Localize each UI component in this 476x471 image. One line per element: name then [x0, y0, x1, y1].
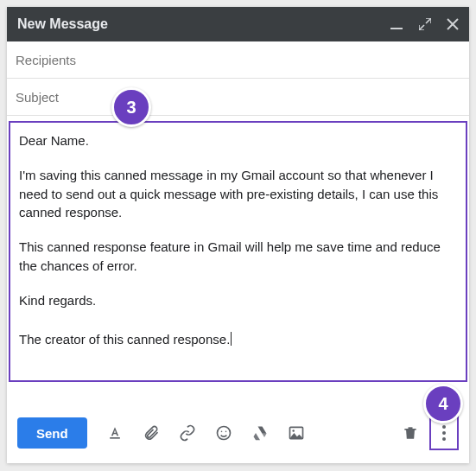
body-line: The creator of this canned response. — [19, 330, 457, 349]
compose-window-controls — [390, 17, 459, 31]
body-line: Kind regards. — [19, 291, 457, 310]
svg-rect-10 — [404, 429, 416, 430]
minimize-icon[interactable] — [390, 17, 403, 31]
svg-line-1 — [426, 18, 431, 23]
image-icon[interactable] — [288, 424, 305, 442]
recipients-field[interactable]: Recipients — [7, 41, 469, 79]
send-button[interactable]: Send — [17, 417, 87, 449]
compose-toolbar: Send — [7, 406, 469, 463]
body-line: Dear Name. — [19, 131, 457, 150]
svg-point-9 — [292, 430, 295, 432]
svg-point-6 — [220, 431, 222, 433]
trash-icon[interactable] — [402, 424, 419, 442]
svg-point-12 — [442, 431, 446, 435]
text-caret — [231, 332, 232, 346]
emoji-icon[interactable] — [215, 424, 232, 442]
fullscreen-icon[interactable] — [419, 18, 431, 30]
subject-placeholder: Subject — [16, 90, 59, 105]
svg-point-7 — [225, 431, 226, 433]
svg-point-5 — [217, 427, 230, 440]
drive-icon[interactable] — [251, 424, 269, 442]
annotation-badge-4: 4 — [423, 384, 463, 423]
svg-point-13 — [442, 437, 446, 441]
compose-title: New Message — [17, 16, 108, 32]
compose-titlebar: New Message — [7, 7, 469, 41]
subject-field[interactable]: Subject — [7, 79, 469, 116]
svg-point-11 — [442, 425, 446, 429]
link-icon[interactable] — [179, 424, 196, 442]
body-line: I'm saving this canned message in my Gma… — [19, 166, 457, 222]
compose-window: New Message Recipients Subjec — [7, 7, 469, 463]
svg-line-2 — [419, 25, 424, 30]
recipients-placeholder: Recipients — [16, 53, 76, 67]
formatting-icon[interactable] — [106, 424, 124, 442]
body-line: This canned response feature in Gmail wi… — [19, 238, 457, 276]
close-icon[interactable] — [447, 18, 459, 30]
message-body[interactable]: Dear Name. I'm saving this canned messag… — [9, 121, 467, 382]
attach-icon[interactable] — [143, 424, 160, 442]
svg-rect-0 — [390, 28, 403, 29]
annotation-badge-3: 3 — [111, 87, 151, 127]
